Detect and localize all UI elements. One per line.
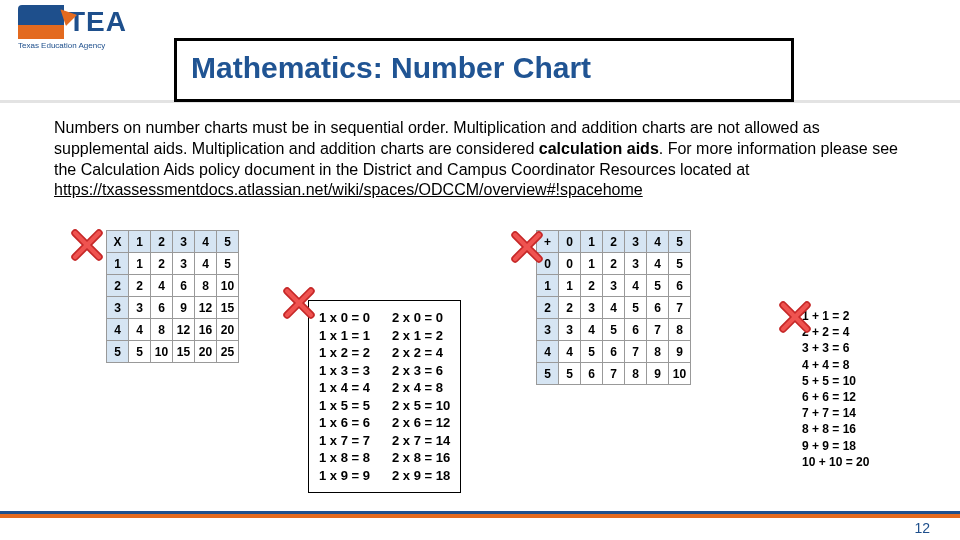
add-cell: 3 bbox=[625, 253, 647, 275]
mult-cell: 4 bbox=[151, 275, 173, 297]
mult-cell: 20 bbox=[195, 341, 217, 363]
add-cell: 3 bbox=[559, 319, 581, 341]
mult-cell: 20 bbox=[217, 319, 239, 341]
mult-cell: 8 bbox=[151, 319, 173, 341]
mult-cell: 4 bbox=[195, 253, 217, 275]
add-cell: 5 bbox=[581, 341, 603, 363]
add-col-header: 5 bbox=[669, 231, 691, 253]
mult-row-header: 2 bbox=[107, 275, 129, 297]
logo-mark-icon bbox=[18, 5, 64, 39]
mult-corner: X bbox=[107, 231, 129, 253]
add-cell: 2 bbox=[603, 253, 625, 275]
mult-cell: 16 bbox=[195, 319, 217, 341]
mult-cell: 2 bbox=[151, 253, 173, 275]
mult-cell: 1 bbox=[129, 253, 151, 275]
mult-col-header: 4 bbox=[195, 231, 217, 253]
add-col-header: 1 bbox=[581, 231, 603, 253]
mult-cell: 2 bbox=[129, 275, 151, 297]
footer-rule bbox=[0, 514, 960, 518]
mult-cell: 8 bbox=[195, 275, 217, 297]
page-title: Mathematics: Number Chart bbox=[191, 51, 777, 85]
mult-cell: 3 bbox=[129, 297, 151, 319]
add-cell: 10 bbox=[669, 363, 691, 385]
facts-col-2: 2 x 0 = 0 2 x 1 = 2 2 x 2 = 4 2 x 3 = 6 … bbox=[392, 309, 450, 484]
add-col-header: 4 bbox=[647, 231, 669, 253]
add-cell: 6 bbox=[647, 297, 669, 319]
add-cell: 4 bbox=[647, 253, 669, 275]
mult-row-header: 5 bbox=[107, 341, 129, 363]
add-cell: 5 bbox=[559, 363, 581, 385]
mult-col-header: 1 bbox=[129, 231, 151, 253]
mult-cell: 12 bbox=[195, 297, 217, 319]
add-cell: 4 bbox=[581, 319, 603, 341]
add-cell: 5 bbox=[669, 253, 691, 275]
add-cell: 3 bbox=[581, 297, 603, 319]
add-cell: 7 bbox=[669, 297, 691, 319]
add-cell: 1 bbox=[581, 253, 603, 275]
add-cell: 2 bbox=[581, 275, 603, 297]
not-allowed-x-icon bbox=[510, 230, 544, 264]
add-cell: 4 bbox=[559, 341, 581, 363]
add-row-header: 1 bbox=[537, 275, 559, 297]
add-cell: 6 bbox=[603, 341, 625, 363]
mult-row-header: 1 bbox=[107, 253, 129, 275]
addition-doubles-list: 1 + 1 = 2 2 + 2 = 4 3 + 3 = 6 4 + 4 = 8 … bbox=[802, 308, 869, 470]
add-cell: 6 bbox=[669, 275, 691, 297]
mult-col-header: 5 bbox=[217, 231, 239, 253]
mult-col-header: 3 bbox=[173, 231, 195, 253]
add-row-header: 3 bbox=[537, 319, 559, 341]
add-cell: 0 bbox=[559, 253, 581, 275]
mult-cell: 10 bbox=[151, 341, 173, 363]
add-cell: 9 bbox=[669, 341, 691, 363]
not-allowed-x-icon bbox=[282, 286, 316, 320]
add-cell: 6 bbox=[625, 319, 647, 341]
resources-link[interactable]: https://txassessmentdocs.atlassian.net/w… bbox=[54, 181, 643, 198]
facts-col-1: 1 x 0 = 0 1 x 1 = 1 1 x 2 = 2 1 x 3 = 3 … bbox=[319, 309, 370, 484]
add-cell: 2 bbox=[559, 297, 581, 319]
multiplication-facts-list: 1 x 0 = 0 1 x 1 = 1 1 x 2 = 2 1 x 3 = 3 … bbox=[308, 300, 461, 493]
add-cell: 4 bbox=[625, 275, 647, 297]
add-cell: 7 bbox=[603, 363, 625, 385]
body-paragraph: Numbers on number charts must be in sequ… bbox=[54, 118, 914, 201]
page-number: 12 bbox=[914, 520, 930, 536]
add-cell: 5 bbox=[647, 275, 669, 297]
add-row-header: 4 bbox=[537, 341, 559, 363]
mult-cell: 6 bbox=[151, 297, 173, 319]
mult-cell: 5 bbox=[129, 341, 151, 363]
not-allowed-x-icon bbox=[778, 300, 812, 334]
add-col-header: 2 bbox=[603, 231, 625, 253]
mult-row-header: 3 bbox=[107, 297, 129, 319]
mult-cell: 25 bbox=[217, 341, 239, 363]
mult-row-header: 4 bbox=[107, 319, 129, 341]
add-cell: 9 bbox=[647, 363, 669, 385]
add-cell: 8 bbox=[669, 319, 691, 341]
add-cell: 3 bbox=[603, 275, 625, 297]
mult-cell: 10 bbox=[217, 275, 239, 297]
add-cell: 4 bbox=[603, 297, 625, 319]
title-box: Mathematics: Number Chart bbox=[174, 38, 794, 102]
mult-cell: 12 bbox=[173, 319, 195, 341]
mult-cell: 15 bbox=[217, 297, 239, 319]
add-col-header: 3 bbox=[625, 231, 647, 253]
mult-cell: 15 bbox=[173, 341, 195, 363]
mult-cell: 9 bbox=[173, 297, 195, 319]
add-row-header: 2 bbox=[537, 297, 559, 319]
add-cell: 1 bbox=[559, 275, 581, 297]
add-cell: 6 bbox=[581, 363, 603, 385]
mult-cell: 5 bbox=[217, 253, 239, 275]
add-cell: 5 bbox=[603, 319, 625, 341]
add-col-header: 0 bbox=[559, 231, 581, 253]
multiplication-chart: X 1 2 3 4 5 112345 2246810 33691215 4481… bbox=[106, 230, 239, 363]
add-cell: 5 bbox=[625, 297, 647, 319]
addition-chart: + 0 1 2 3 4 5 0012345 1123456 2234567 33… bbox=[536, 230, 691, 385]
logo-text: TEA bbox=[68, 6, 127, 38]
mult-col-header: 2 bbox=[151, 231, 173, 253]
mult-cell: 6 bbox=[173, 275, 195, 297]
mult-cell: 4 bbox=[129, 319, 151, 341]
add-row-header: 5 bbox=[537, 363, 559, 385]
logo-subtitle: Texas Education Agency bbox=[18, 41, 128, 50]
tea-logo: TEA Texas Education Agency bbox=[18, 5, 128, 60]
add-cell: 8 bbox=[625, 363, 647, 385]
body-bold: calculation aids bbox=[539, 140, 659, 157]
add-cell: 8 bbox=[647, 341, 669, 363]
